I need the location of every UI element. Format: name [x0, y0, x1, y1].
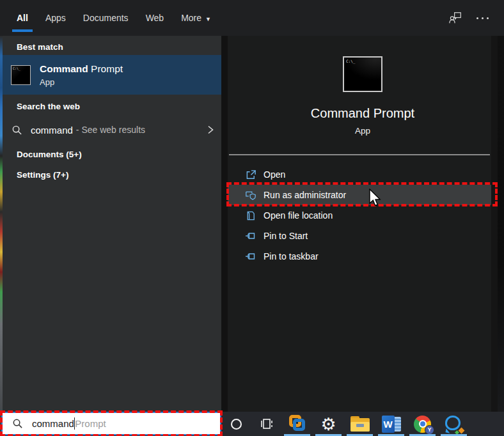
search-input-suggestion: Prompt [75, 418, 106, 429]
search-results-panel: Best match C:\_ Command Prompt App Searc… [3, 36, 221, 436]
taskbar: ⚙ W Y [221, 412, 504, 436]
tab-documents[interactable]: Documents [83, 13, 129, 23]
action-open-file-location[interactable]: Open file location [228, 205, 491, 226]
open-icon [245, 169, 256, 180]
result-type: App [40, 77, 123, 87]
search-icon [12, 125, 22, 136]
command-prompt-icon: C:\_ [11, 65, 31, 85]
chat-app-icon[interactable] [438, 412, 469, 436]
desktop-edge-right [498, 36, 504, 412]
app-preview-panel: C:\_ Command Prompt App Open Run as admi… [228, 36, 498, 412]
search-input-value: command [32, 418, 74, 429]
tab-web[interactable]: Web [146, 13, 164, 23]
action-open[interactable]: Open [228, 164, 491, 185]
settings-gear-icon[interactable]: ⚙ [313, 412, 344, 436]
action-run-as-administrator[interactable]: Run as administrator [228, 185, 491, 205]
more-options-icon[interactable] [476, 17, 489, 19]
documents-section-toggle[interactable]: Documents (5+) [3, 144, 221, 164]
web-query-hint: - See web results [76, 125, 145, 135]
web-search-result[interactable]: command - See web results [3, 116, 221, 143]
file-explorer-icon[interactable] [344, 412, 375, 436]
settings-section-toggle[interactable]: Settings (7+) [3, 165, 221, 184]
search-filter-bar: All Apps Documents Web More▼ [0, 0, 504, 36]
panel-divider-gap [221, 36, 228, 412]
tab-more[interactable]: More▼ [181, 13, 211, 23]
cortana-icon[interactable] [221, 412, 251, 436]
web-query-text: command [31, 125, 73, 136]
search-the-web-header: Search the web [3, 102, 221, 111]
best-match-result-command-prompt[interactable]: C:\_ Command Prompt App [3, 55, 221, 95]
action-pin-to-start[interactable]: Pin to Start [228, 226, 491, 246]
file-location-icon [245, 210, 256, 221]
mouse-cursor [367, 189, 381, 208]
best-match-header: Best match [3, 42, 221, 52]
chrome-icon[interactable]: Y [407, 412, 438, 436]
vmware-icon[interactable] [281, 412, 313, 436]
command-prompt-icon-large: C:\_ [343, 56, 382, 92]
search-icon [12, 418, 23, 429]
chrome-profile-badge: Y [425, 425, 434, 435]
tab-apps[interactable]: Apps [45, 13, 66, 23]
feedback-icon[interactable] [448, 11, 462, 25]
scrollbar[interactable] [491, 36, 498, 412]
chevron-down-icon: ▼ [205, 16, 211, 22]
tab-all[interactable]: All [17, 13, 28, 23]
word-icon[interactable]: W [375, 412, 407, 436]
task-view-icon[interactable] [251, 412, 281, 436]
preview-app-name: Command Prompt [228, 106, 498, 121]
windows-search-screen: All Apps Documents Web More▼ Best match … [0, 0, 504, 436]
result-title: Command Prompt [40, 63, 123, 75]
pin-icon [245, 230, 256, 242]
action-pin-to-taskbar[interactable]: Pin to taskbar [228, 246, 491, 267]
pin-icon [245, 251, 256, 262]
search-input[interactable]: command Prompt [1, 412, 221, 435]
divider [229, 154, 490, 155]
preview-app-type: App [228, 126, 498, 136]
shield-icon [245, 189, 256, 201]
chevron-right-icon[interactable] [206, 124, 215, 136]
